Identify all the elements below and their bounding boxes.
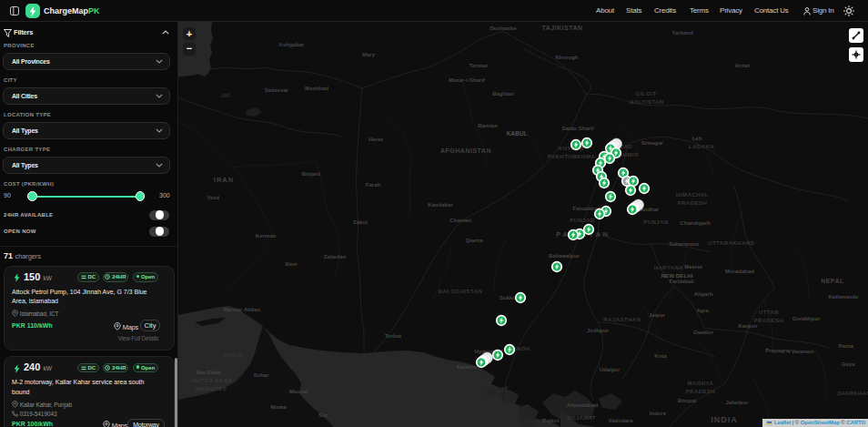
svg-text:PUNJAB: PUNJAB: [570, 218, 595, 223]
svg-text:Varanasi: Varanasi: [792, 349, 814, 354]
svg-text:Gaya: Gaya: [842, 361, 855, 367]
svg-text:Kota: Kota: [654, 353, 667, 359]
svg-text:Aligarh: Aligarh: [694, 291, 713, 297]
svg-text:UNITED ARAB: UNITED ARAB: [190, 378, 233, 383]
svg-text:Bahawalpur: Bahawalpur: [549, 253, 580, 259]
svg-text:Patna: Patna: [839, 343, 854, 349]
svg-text:INDIA: INDIA: [711, 415, 738, 424]
svg-text:Ahmedabad: Ahmedabad: [567, 402, 599, 408]
svg-text:Udaipur: Udaipur: [600, 367, 621, 372]
svg-text:MADHYA: MADHYA: [688, 381, 714, 386]
svg-text:GILGIT-: GILGIT-: [635, 91, 658, 97]
svg-text:Birjand: Birjand: [302, 171, 321, 177]
svg-text:Zahedan: Zahedan: [324, 254, 347, 259]
svg-text:PRADESH: PRADESH: [686, 389, 716, 394]
svg-text:EMIRATES: EMIRATES: [196, 386, 227, 391]
svg-text:RAJASTHAN: RAJASTHAN: [603, 317, 641, 322]
svg-text:Ashgabat: Ashgabat: [278, 42, 303, 47]
svg-text:Kanpur: Kanpur: [739, 323, 759, 329]
svg-text:PUNJAB: PUNJAB: [643, 219, 669, 225]
svg-text:UTTARAKHAND: UTTARAKHAND: [708, 240, 755, 246]
svg-text:Bam: Bam: [285, 261, 297, 267]
svg-text:DUBAI: DUBAI: [223, 352, 243, 358]
svg-text:PRADESH: PRADESH: [754, 318, 784, 323]
svg-text:Jaipur: Jaipur: [649, 312, 666, 318]
svg-text:PAKHTUNKHWA: PAKHTUNKHWA: [548, 154, 596, 159]
svg-text:HARYANA: HARYANA: [654, 265, 684, 270]
svg-text:KABUL: KABUL: [507, 130, 528, 137]
svg-text:Jodhpur: Jodhpur: [587, 328, 610, 333]
svg-text:Muscat: Muscat: [289, 389, 308, 394]
svg-text:Sur: Sur: [318, 412, 328, 418]
svg-text:Indore: Indore: [650, 411, 667, 416]
svg-text:Baghlan: Baghlan: [492, 91, 514, 97]
svg-text:Dushanbe: Dushanbe: [490, 25, 517, 31]
svg-text:Mashhad: Mashhad: [305, 86, 328, 91]
svg-text:GUJARAT: GUJARAT: [567, 415, 596, 421]
svg-text:Vadodara: Vadodara: [608, 418, 633, 423]
svg-text:Chandigarh: Chandigarh: [680, 220, 711, 226]
svg-text:AFGHANISTAN: AFGHANISTAN: [440, 147, 491, 154]
svg-text:Yarkand: Yarkand: [671, 30, 693, 36]
svg-text:Zabol: Zabol: [353, 219, 368, 225]
svg-text:Kathmandu: Kathmandu: [829, 294, 859, 300]
svg-text:Rajkot: Rajkot: [542, 418, 559, 423]
svg-text:Meerut: Meerut: [684, 264, 702, 269]
svg-text:Turbat: Turbat: [385, 333, 401, 339]
svg-text:Mazar-i-Sharif: Mazar-i-Sharif: [449, 77, 486, 83]
svg-text:Hotan: Hotan: [735, 63, 751, 68]
svg-text:Yazd: Yazd: [207, 195, 219, 200]
svg-text:Sabzevar: Sabzevar: [265, 87, 289, 93]
svg-text:Herat: Herat: [368, 137, 382, 142]
svg-text:Faridabad: Faridabad: [670, 279, 693, 284]
svg-text:Bhopal: Bhopal: [678, 398, 697, 403]
svg-text:JHARKHAND: JHARKHAND: [837, 391, 868, 396]
svg-text:Farah: Farah: [366, 182, 381, 188]
svg-text:Jabalpur: Jabalpur: [725, 400, 749, 405]
svg-text:Termez: Termez: [469, 63, 489, 68]
svg-text:Saidu Sharif: Saidu Sharif: [561, 126, 594, 131]
svg-text:Nizwa: Nizwa: [270, 404, 287, 410]
svg-text:Kandahar: Kandahar: [428, 202, 453, 208]
svg-text:Gorakhpur: Gorakhpur: [792, 316, 821, 321]
svg-text:Bandar Abbas: Bandar Abbas: [224, 307, 261, 312]
svg-text:NEPAL: NEPAL: [821, 278, 844, 284]
svg-text:Prayagraj: Prayagraj: [765, 348, 791, 353]
svg-text:LADAKH: LADAKH: [689, 144, 714, 149]
svg-text:PRADESH: PRADESH: [678, 200, 708, 206]
svg-text:Sohar: Sohar: [253, 372, 269, 378]
svg-text:Gwalior: Gwalior: [693, 330, 714, 335]
svg-text:BALOCHISTAN: BALOCHISTAN: [439, 289, 483, 294]
svg-text:BALTISTAN: BALTISTAN: [630, 99, 664, 105]
svg-text:NEW DELHI: NEW DELHI: [661, 272, 693, 279]
svg-text:IRAN: IRAN: [214, 176, 234, 184]
svg-text:Quetta: Quetta: [465, 238, 483, 243]
svg-text:TAJIKISTAN: TAJIKISTAN: [541, 25, 582, 31]
svg-text:Moradabad: Moradabad: [725, 269, 754, 274]
svg-text:Mary: Mary: [362, 52, 376, 57]
svg-text:Bamian: Bamian: [478, 123, 498, 128]
svg-text:Kerman: Kerman: [256, 233, 277, 239]
svg-text:Chaman: Chaman: [449, 218, 471, 223]
svg-text:Leh: Leh: [692, 136, 702, 141]
svg-text:Srinagar: Srinagar: [641, 140, 664, 146]
svg-text:Agra: Agra: [696, 308, 709, 313]
svg-text:UTTAR: UTTAR: [759, 310, 780, 315]
svg-text:Abu Dhabi: Abu Dhabi: [196, 370, 221, 375]
svg-text:Saharanpur: Saharanpur: [669, 241, 700, 247]
svg-text:HIMACHAL: HIMACHAL: [676, 192, 709, 198]
svg-text:Khorugh: Khorugh: [556, 55, 579, 60]
svg-text:Karachi: Karachi: [457, 364, 477, 370]
